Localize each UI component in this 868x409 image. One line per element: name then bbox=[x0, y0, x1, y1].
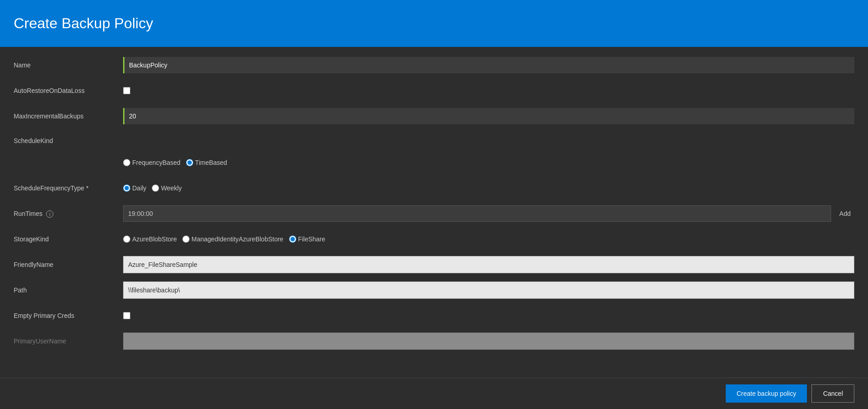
auto-restore-control bbox=[123, 87, 854, 94]
name-control bbox=[123, 57, 854, 73]
primary-username-input[interactable] bbox=[123, 332, 854, 350]
storage-kind-radio-group: AzureBlobStore ManagedIdentityAzureBlobS… bbox=[123, 235, 329, 243]
schedule-kind-frequency-label: FrequencyBased bbox=[132, 159, 181, 166]
create-backup-policy-button[interactable]: Create backup policy bbox=[726, 384, 807, 403]
page-title: Create Backup Policy bbox=[14, 15, 153, 32]
schedule-freq-weekly-radio[interactable] bbox=[152, 184, 159, 192]
schedule-freq-control: Daily Weekly bbox=[123, 184, 854, 192]
storage-kind-fileshare-label: FileShare bbox=[298, 235, 326, 243]
schedule-kind-control: FrequencyBased TimeBased bbox=[123, 159, 854, 166]
max-incremental-control bbox=[123, 108, 854, 124]
runtimes-row: RunTimes i Add bbox=[14, 204, 854, 223]
form-content: Name AutoRestoreOnDataLoss MaxIncrementa… bbox=[0, 47, 868, 378]
storage-kind-control: AzureBlobStore ManagedIdentityAzureBlobS… bbox=[123, 235, 854, 243]
storage-kind-managed-radio[interactable] bbox=[182, 235, 190, 243]
primary-username-row: PrimaryUserName bbox=[14, 332, 854, 350]
schedule-freq-weekly-item: Weekly bbox=[152, 184, 182, 192]
runtimes-label: RunTimes i bbox=[14, 210, 123, 218]
friendly-name-control bbox=[123, 256, 854, 273]
schedule-kind-radio-row: FrequencyBased TimeBased bbox=[14, 153, 854, 172]
max-incremental-label: MaxIncrementalBackups bbox=[14, 112, 123, 120]
schedule-kind-label: ScheduleKind bbox=[14, 137, 123, 146]
schedule-freq-row: ScheduleFrequencyType * Daily Weekly bbox=[14, 179, 854, 197]
schedule-kind-time-item: TimeBased bbox=[186, 159, 227, 166]
schedule-kind-time-radio[interactable] bbox=[186, 159, 193, 166]
schedule-freq-daily-label: Daily bbox=[132, 184, 146, 192]
schedule-kind-radio-group: FrequencyBased TimeBased bbox=[123, 159, 231, 166]
max-incremental-input[interactable] bbox=[123, 108, 854, 124]
schedule-freq-daily-radio[interactable] bbox=[123, 184, 130, 192]
name-row: Name bbox=[14, 56, 854, 74]
storage-kind-azure-item: AzureBlobStore bbox=[123, 235, 177, 243]
friendly-name-label: FriendlyName bbox=[14, 261, 123, 268]
schedule-freq-weekly-label: Weekly bbox=[161, 184, 182, 192]
schedule-kind-frequency-item: FrequencyBased bbox=[123, 159, 181, 166]
empty-primary-creds-checkbox[interactable] bbox=[123, 312, 130, 319]
storage-kind-azure-radio[interactable] bbox=[123, 235, 130, 243]
path-label: Path bbox=[14, 286, 123, 294]
primary-username-control bbox=[123, 332, 854, 350]
schedule-kind-time-label: TimeBased bbox=[195, 159, 227, 166]
storage-kind-label: StorageKind bbox=[14, 235, 123, 243]
storage-kind-row: StorageKind AzureBlobStore ManagedIdenti… bbox=[14, 230, 854, 248]
max-incremental-row: MaxIncrementalBackups bbox=[14, 107, 854, 125]
storage-kind-managed-label: ManagedIdentityAzureBlobStore bbox=[191, 235, 284, 243]
empty-primary-creds-row: Empty Primary Creds bbox=[14, 307, 854, 325]
path-row: Path bbox=[14, 281, 854, 299]
schedule-freq-radio-group: Daily Weekly bbox=[123, 184, 186, 192]
schedule-freq-daily-item: Daily bbox=[123, 184, 146, 192]
storage-kind-fileshare-radio[interactable] bbox=[289, 235, 296, 243]
schedule-freq-label: ScheduleFrequencyType * bbox=[14, 184, 123, 192]
runtimes-wrapper: Add bbox=[123, 205, 854, 222]
friendly-name-input[interactable] bbox=[123, 256, 854, 273]
name-label: Name bbox=[14, 61, 123, 69]
empty-primary-creds-control bbox=[123, 312, 854, 319]
path-input[interactable] bbox=[123, 281, 854, 299]
auto-restore-row: AutoRestoreOnDataLoss bbox=[14, 82, 854, 100]
name-input[interactable] bbox=[123, 57, 854, 73]
auto-restore-label: AutoRestoreOnDataLoss bbox=[14, 87, 123, 94]
cancel-button[interactable]: Cancel bbox=[811, 384, 854, 403]
auto-restore-checkbox[interactable] bbox=[123, 87, 130, 94]
storage-kind-managed-item: ManagedIdentityAzureBlobStore bbox=[182, 235, 284, 243]
page-footer: Create backup policy Cancel bbox=[0, 378, 868, 409]
primary-username-label: PrimaryUserName bbox=[14, 337, 123, 345]
runtimes-control: Add bbox=[123, 205, 854, 222]
schedule-kind-label-row: ScheduleKind bbox=[14, 133, 854, 151]
storage-kind-fileshare-item: FileShare bbox=[289, 235, 326, 243]
storage-kind-azure-label: AzureBlobStore bbox=[132, 235, 177, 243]
schedule-kind-frequency-radio[interactable] bbox=[123, 159, 130, 166]
runtimes-input[interactable] bbox=[123, 205, 831, 222]
runtimes-info-icon[interactable]: i bbox=[46, 210, 53, 218]
path-control bbox=[123, 281, 854, 299]
runtimes-add-button[interactable]: Add bbox=[836, 208, 854, 219]
friendly-name-row: FriendlyName bbox=[14, 256, 854, 274]
empty-primary-creds-label: Empty Primary Creds bbox=[14, 312, 123, 319]
page-header: Create Backup Policy bbox=[0, 0, 868, 47]
